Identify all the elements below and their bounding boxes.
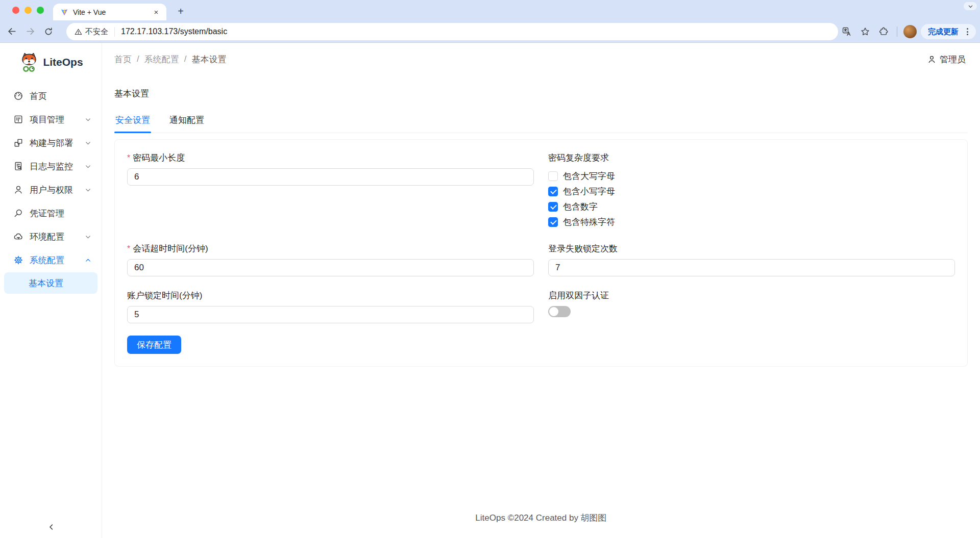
- page-header: 首页 / 系统配置 / 基本设置 管理员: [102, 43, 980, 75]
- field-login-fail-lock: 登录失败锁定次数: [548, 243, 955, 276]
- sidebar-item-system-config[interactable]: 系统配置: [2, 249, 100, 271]
- page-title: 基本设置: [114, 88, 968, 99]
- brand-name: LiteOps: [43, 56, 83, 68]
- chevron-down-icon: [85, 187, 91, 193]
- tab-title: Vite + Vue: [73, 8, 151, 16]
- two-factor-toggle[interactable]: [548, 306, 571, 317]
- toolbar-divider: [897, 27, 897, 37]
- cloud-icon: [13, 232, 23, 242]
- tab-close-icon[interactable]: ×: [151, 7, 161, 17]
- field-account-lock-time: 账户锁定时间(分钟): [127, 290, 534, 323]
- search-icon: [13, 208, 23, 218]
- liteops-logo-icon: [18, 52, 40, 73]
- field-password-complexity: 密码复杂度要求 包含大写字母 包含小写字母 包含数字: [548, 152, 955, 229]
- back-icon[interactable]: [4, 24, 19, 39]
- dashboard-icon: [13, 91, 23, 101]
- login-fail-lock-input[interactable]: [548, 259, 955, 276]
- field-two-factor: 启用双因子认证: [548, 290, 955, 323]
- sidebar-item-users-permissions[interactable]: 用户与权限: [2, 178, 100, 201]
- zoom-window-button[interactable]: [37, 7, 44, 14]
- chevron-up-icon: [85, 257, 91, 264]
- chevron-down-icon: [85, 140, 91, 146]
- extensions-puzzle-icon[interactable]: [876, 24, 891, 39]
- content-area: 基本设置 安全设置 通知配置 密码最小长度 密码复杂度要求: [102, 75, 980, 538]
- tab-search-icon[interactable]: [964, 2, 977, 10]
- minimize-window-button[interactable]: [24, 7, 32, 14]
- chevron-down-icon: [85, 116, 91, 123]
- user-name: 管理员: [940, 54, 966, 65]
- field-password-min-length: 密码最小长度: [127, 152, 534, 229]
- sidebar-item-basic-settings[interactable]: 基本设置: [4, 272, 97, 294]
- nav-menu: 首页 项目管理 构建与部署: [0, 82, 102, 297]
- session-timeout-input[interactable]: [127, 259, 534, 276]
- breadcrumb-system-config[interactable]: 系统配置: [144, 54, 179, 65]
- field-session-timeout: 会话超时时间(分钟): [127, 243, 534, 276]
- browser-toolbar: 不安全 172.17.103.173/system/basic 完成更新: [0, 20, 980, 43]
- vite-logo-icon: [60, 8, 68, 16]
- breadcrumb-separator: /: [184, 54, 187, 64]
- sidebar-item-logs-monitoring[interactable]: 日志与监控: [2, 155, 100, 177]
- save-config-button[interactable]: 保存配置: [127, 336, 181, 354]
- breadcrumb: 首页 / 系统配置 / 基本设置: [114, 54, 226, 65]
- settings-card: 密码最小长度 密码复杂度要求 包含大写字母 包含小写字母: [114, 139, 968, 367]
- browser-chrome: Vite + Vue × + 不安全 172.17.103.173/system…: [0, 0, 980, 43]
- sidebar-item-home[interactable]: 首页: [2, 85, 100, 107]
- chevron-down-icon: [85, 163, 91, 170]
- translate-icon[interactable]: [840, 24, 854, 39]
- account-lock-time-input[interactable]: [127, 306, 534, 323]
- sidebar-item-projects[interactable]: 项目管理: [2, 108, 100, 131]
- current-user[interactable]: 管理员: [927, 54, 966, 65]
- breadcrumb-basic-settings: 基本设置: [191, 54, 226, 65]
- checkbox-uppercase[interactable]: 包含大写字母: [548, 168, 955, 184]
- sidebar-item-build-deploy[interactable]: 构建与部署: [2, 132, 100, 154]
- log-search-icon: [13, 161, 23, 171]
- url-bar[interactable]: 不安全 172.17.103.173/system/basic: [66, 23, 838, 40]
- bookmark-star-icon[interactable]: [858, 24, 872, 39]
- user-icon: [13, 185, 23, 195]
- site-security-chip[interactable]: 不安全: [75, 27, 115, 37]
- url-text[interactable]: 172.17.103.173/system/basic: [121, 27, 227, 36]
- reload-icon[interactable]: [41, 24, 56, 39]
- build-icon: [13, 138, 23, 148]
- chrome-update-button[interactable]: 完成更新: [921, 24, 976, 39]
- project-icon: [13, 114, 23, 124]
- sidebar-item-environments[interactable]: 环境配置: [2, 225, 100, 248]
- checkbox-checked-icon[interactable]: [548, 202, 558, 212]
- brand: LiteOps: [0, 43, 102, 82]
- close-window-button[interactable]: [12, 7, 19, 14]
- breadcrumb-home[interactable]: 首页: [114, 54, 132, 65]
- tab-notification-config[interactable]: 通知配置: [168, 110, 205, 133]
- checkbox-digits[interactable]: 包含数字: [548, 199, 955, 214]
- window-controls[interactable]: [12, 7, 44, 14]
- checkbox-checked-icon[interactable]: [548, 187, 558, 196]
- browser-menu-icon[interactable]: [962, 26, 973, 37]
- tab-security-settings[interactable]: 安全设置: [114, 110, 151, 133]
- warning-icon: [75, 28, 82, 36]
- settings-tabs: 安全设置 通知配置: [114, 110, 968, 133]
- new-tab-button[interactable]: +: [174, 5, 188, 19]
- breadcrumb-separator: /: [137, 54, 139, 64]
- password-min-length-input[interactable]: [127, 168, 534, 186]
- forward-icon[interactable]: [22, 24, 38, 39]
- checkbox-lowercase[interactable]: 包含小写字母: [548, 184, 955, 199]
- sidebar-collapse-icon[interactable]: [0, 523, 102, 531]
- tab-strip: Vite + Vue × +: [0, 0, 980, 20]
- chevron-down-icon: [85, 234, 91, 240]
- checkbox-icon[interactable]: [548, 171, 558, 181]
- profile-avatar[interactable]: [903, 25, 917, 38]
- sidebar: LiteOps 首页 项目管理: [0, 43, 102, 538]
- checkbox-special-chars[interactable]: 包含特殊字符: [548, 214, 955, 229]
- footer-text: LiteOps ©2024 Created by 胡图图: [114, 505, 968, 526]
- gear-icon: [13, 255, 23, 265]
- person-icon: [927, 55, 936, 64]
- sidebar-item-credentials[interactable]: 凭证管理: [2, 202, 100, 224]
- browser-tab[interactable]: Vite + Vue ×: [53, 4, 166, 20]
- checkbox-checked-icon[interactable]: [548, 217, 558, 227]
